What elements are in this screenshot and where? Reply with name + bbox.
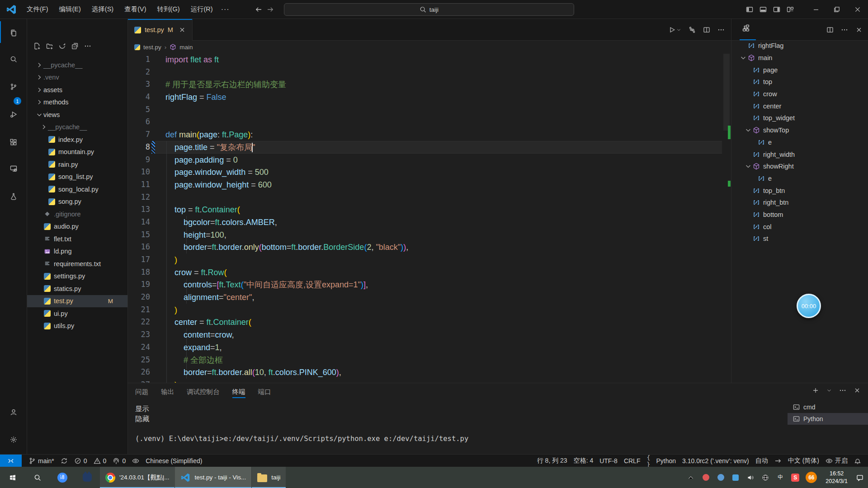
breadcrumb-symbol[interactable]: main: [179, 44, 193, 51]
file-item-ui.py[interactable]: ui.py: [27, 307, 127, 320]
panel-more-actions-icon[interactable]: [839, 387, 846, 394]
split-editor-icon[interactable]: [703, 26, 710, 33]
file-item-__pycache__[interactable]: __pycache__: [27, 59, 127, 71]
status-item-3.10.0rc2 ('.venv': venv)[interactable]: 3.10.0rc2 ('.venv': venv): [679, 455, 752, 467]
status-item-CRLF[interactable]: CRLF: [621, 455, 644, 467]
new-folder-icon[interactable]: [46, 42, 53, 50]
file-item-ld.png[interactable]: ld.png: [27, 245, 127, 258]
file-item-flet.txt[interactable]: flet.txt: [27, 233, 127, 245]
tab-close-icon[interactable]: [179, 26, 186, 33]
toggle-sidebar-icon[interactable]: [746, 6, 753, 13]
file-item-song_local.py[interactable]: song_local.py: [27, 183, 127, 196]
activitybar-search[interactable]: [0, 48, 27, 70]
file-item-views[interactable]: views: [27, 108, 127, 121]
status-item-UTF-8[interactable]: UTF-8: [596, 455, 621, 467]
run-python-button[interactable]: [668, 26, 681, 33]
status-item-开启[interactable]: 开启: [822, 455, 851, 467]
type-hierarchy-icon[interactable]: [742, 24, 750, 32]
file-item-song_list.py[interactable]: song_list.py: [27, 171, 127, 183]
toggle-panel-icon[interactable]: [760, 6, 767, 13]
outline-item-rightFlag[interactable]: rightFlag: [731, 40, 868, 52]
launch-profile-icon[interactable]: [826, 387, 832, 394]
menu-item-查看(V)[interactable]: 查看(V): [120, 3, 151, 15]
split-editor-icon[interactable]: [826, 26, 834, 33]
file-item-statics.py[interactable]: statics.py: [27, 282, 127, 295]
activitybar-run-debug[interactable]: [0, 103, 27, 125]
activitybar-source-control[interactable]: [0, 76, 27, 98]
nav-back-icon[interactable]: [255, 6, 262, 13]
menu-item-文件(F)[interactable]: 文件(F): [22, 3, 53, 15]
panel-tab-端口[interactable]: 端口: [258, 383, 271, 400]
file-item-settings.py[interactable]: settings.py: [27, 270, 127, 283]
restore-button[interactable]: [826, 0, 847, 19]
status-item-arrow-right[interactable]: [771, 455, 785, 467]
tray-messenger-icon[interactable]: [731, 473, 740, 482]
status-item-0[interactable]: 0: [90, 455, 110, 467]
taskbar-cat-app[interactable]: [75, 467, 99, 488]
outline-item-e[interactable]: e: [731, 173, 868, 185]
open-changes-icon[interactable]: [689, 26, 696, 33]
tab-test-py[interactable]: test.py M: [128, 19, 193, 41]
close-button[interactable]: [847, 0, 868, 19]
tray-paw-icon[interactable]: [701, 473, 710, 482]
close-icon[interactable]: [855, 26, 863, 33]
panel-tab-问题[interactable]: 问题: [135, 383, 148, 400]
editor-scrollbar[interactable]: [723, 54, 730, 131]
nav-forward-icon[interactable]: [267, 6, 274, 13]
outline-item-top_widget[interactable]: top_widget: [731, 112, 868, 124]
outline-item-right_width[interactable]: right_width: [731, 148, 868, 160]
activitybar-extensions[interactable]: [0, 131, 27, 153]
status-item-中文 (简体)[interactable]: 中文 (简体): [785, 455, 822, 467]
action-center-icon[interactable]: [856, 474, 863, 481]
file-item-methods[interactable]: methods: [27, 96, 127, 109]
menu-item-转到(G)[interactable]: 转到(G): [153, 3, 184, 15]
outline-item-top[interactable]: top: [731, 76, 868, 88]
status-item-Python[interactable]: { }Python: [643, 455, 679, 467]
outline-item-center[interactable]: center: [731, 100, 868, 112]
outline-item-st[interactable]: st: [731, 233, 868, 245]
security-badge[interactable]: 66: [806, 472, 817, 483]
terminal-tab-Python[interactable]: Python: [788, 413, 868, 425]
menu-item-编辑(E)[interactable]: 编辑(E): [55, 3, 85, 15]
status-item-行 8, 列 23[interactable]: 行 8, 列 23: [534, 455, 571, 467]
tray-sogou-icon[interactable]: S: [791, 473, 800, 482]
menu-overflow[interactable]: ···: [217, 4, 233, 15]
outline-item-top_btn[interactable]: top_btn: [731, 184, 868, 197]
file-item-test.py[interactable]: test.pyM: [27, 295, 127, 308]
taskbar-clock[interactable]: 16:52 2024/3/1: [823, 470, 850, 485]
activitybar-account[interactable]: [0, 401, 27, 423]
new-file-icon[interactable]: [33, 42, 41, 50]
file-item-.venv[interactable]: .venv: [27, 71, 127, 84]
status-item-eye[interactable]: [129, 455, 142, 467]
menu-item-选择(S)[interactable]: 选择(S): [87, 3, 118, 15]
refresh-explorer-icon[interactable]: [59, 42, 66, 50]
activitybar-settings[interactable]: [0, 429, 27, 450]
panel-tab-调试控制台[interactable]: 调试控制台: [187, 383, 220, 400]
status-item-0[interactable]: 0: [109, 455, 129, 467]
collapse-folders-icon[interactable]: [71, 42, 79, 50]
panel-tab-终端[interactable]: 终端: [232, 383, 245, 400]
more-actions-icon[interactable]: [84, 42, 91, 50]
outline-item-crow[interactable]: crow: [731, 88, 868, 100]
code-editor[interactable]: 1234567891011121314151617181920212223242…: [128, 53, 722, 383]
status-item-Chinese (Simplified)[interactable]: Chinese (Simplified): [142, 455, 205, 467]
file-item-mountain.py[interactable]: mountain.py: [27, 146, 127, 159]
tray-network-icon[interactable]: [761, 473, 770, 482]
more-actions-icon[interactable]: [841, 26, 848, 33]
file-item-song.py[interactable]: song.py: [27, 196, 127, 208]
outline-item-col[interactable]: col: [731, 221, 868, 233]
taskbar-search-button[interactable]: [25, 467, 50, 488]
outline-item-showTop[interactable]: showTop: [731, 124, 868, 136]
floating-timer[interactable]: 00:00: [797, 294, 821, 318]
taskbar-app-chrome[interactable]: '24.03.01【觀點|...: [99, 467, 175, 488]
terminal-prompt[interactable]: (.venv) E:\dev\taiji>e:/dev/taiji/.venv/…: [135, 435, 468, 443]
outline-item-showRight[interactable]: showRight: [731, 160, 868, 173]
status-item-main*[interactable]: main*: [25, 455, 57, 467]
tray-ime-icon[interactable]: 中: [776, 473, 785, 482]
file-item-.gitignore[interactable]: .gitignore: [27, 208, 127, 221]
tray-chevron-up-icon[interactable]: [686, 473, 695, 482]
activitybar-testing[interactable]: [0, 186, 27, 207]
file-item-__pycache__[interactable]: __pycache__: [27, 121, 127, 134]
editor-more-actions-icon[interactable]: [717, 26, 725, 33]
new-terminal-icon[interactable]: [812, 387, 819, 394]
